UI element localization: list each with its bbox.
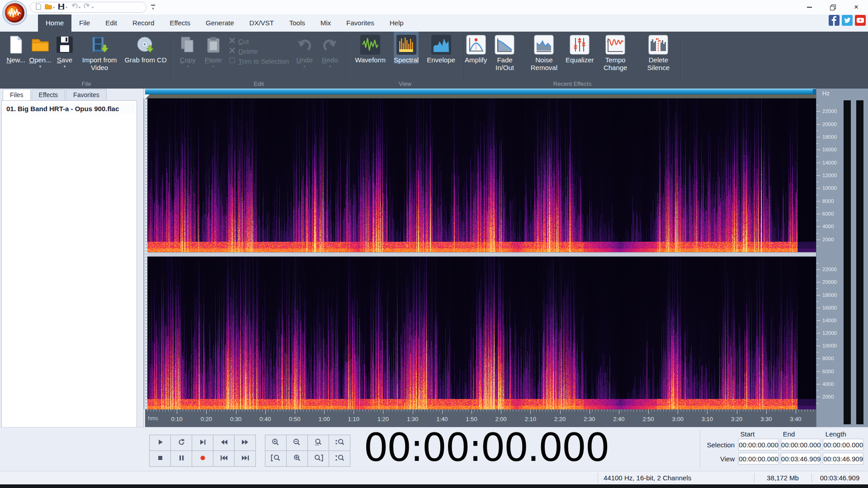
transport-loop-button[interactable]: [171, 435, 192, 450]
transport-stop-button[interactable]: [150, 451, 170, 466]
zoom-selection-start-button[interactable]: [265, 451, 286, 466]
menu-tab-home[interactable]: Home: [38, 14, 71, 32]
transport-forward-button[interactable]: [235, 435, 255, 450]
dropdown-caret-icon[interactable]: ▾: [303, 64, 306, 69]
transport-rewind-button[interactable]: [213, 435, 234, 450]
selection-end-field[interactable]: 00:00:00.000: [781, 439, 821, 450]
ribbon-button-save[interactable]: Save▾: [55, 32, 75, 69]
view-length-field[interactable]: 00:03:46.909: [823, 453, 863, 465]
menu-tab-edit[interactable]: Edit: [98, 14, 125, 32]
transport-to-start-button[interactable]: [213, 451, 234, 466]
spectrogram-channel-1[interactable]: [147, 99, 816, 252]
freq-tick-label: 12000: [822, 173, 837, 178]
time-tick-label: 3:30: [760, 416, 772, 422]
dropdown-caret-icon[interactable]: ▾: [79, 5, 80, 9]
spectrogram-channel-2[interactable]: [147, 257, 816, 409]
freq-tick: [816, 124, 820, 125]
close-button[interactable]: ×: [844, 0, 868, 14]
ribbon-button-undo[interactable]: Undo▾: [294, 32, 314, 69]
menu-tab-help[interactable]: Help: [382, 14, 411, 32]
ribbon-button-amplify[interactable]: Amplify: [465, 32, 487, 64]
ribbon-button-equalizer[interactable]: Equalizer: [566, 32, 594, 64]
dropdown-caret-icon[interactable]: ▾: [92, 5, 94, 9]
import-video-icon: [90, 35, 109, 55]
panel-tab-effects[interactable]: Effects: [32, 89, 66, 100]
panel-tab-files[interactable]: Files: [3, 89, 31, 100]
panel-tab-favorites[interactable]: Favorites: [66, 89, 107, 100]
selection-length-field[interactable]: 00:00:00.000: [823, 439, 863, 450]
zoom-in-button[interactable]: [265, 435, 286, 450]
youtube-link[interactable]: [855, 16, 866, 27]
ribbon-button-spectral[interactable]: Spectral: [394, 32, 419, 64]
ribbon-button-copy[interactable]: Copy▾: [178, 32, 198, 69]
menu-tab-record[interactable]: Record: [125, 14, 162, 32]
edit-small-items: CutDeleteTrim to Selection: [229, 32, 289, 65]
ribbon-button-paste[interactable]: Paste▾: [203, 32, 223, 69]
channel-edge-handle[interactable]: [144, 99, 147, 409]
zoom-all-button[interactable]: [287, 451, 307, 466]
qat-new-button[interactable]: [35, 3, 42, 12]
dropdown-caret-icon[interactable]: ▾: [329, 64, 331, 69]
dropdown-caret-icon[interactable]: ▾: [53, 5, 55, 9]
qat-new-icon: [35, 3, 42, 12]
ribbon-button-envelope[interactable]: Envelope: [427, 32, 455, 64]
qat-redo-button[interactable]: ▾: [84, 3, 94, 11]
file-list-item[interactable]: 01. Big Band HRT-a - Opus 900.flac: [3, 103, 136, 114]
play-next-icon: [199, 438, 207, 448]
freq-tick: [816, 156, 818, 157]
channel-divider[interactable]: [145, 252, 816, 257]
qat-open-button[interactable]: ▾: [45, 3, 55, 11]
ribbon-button-trim-to-selection[interactable]: Trim to Selection: [229, 57, 289, 65]
zoom-out-button[interactable]: [287, 435, 307, 450]
ribbon-button-redo[interactable]: Redo▾: [320, 32, 340, 69]
bottom-control-bar: 100 00:00:00.000 Start End Length Select…: [0, 427, 868, 471]
menu-tab-file[interactable]: File: [71, 14, 98, 32]
qat-customize-button[interactable]: ▬▾: [151, 3, 155, 11]
qat-save-button[interactable]: ▾: [58, 3, 67, 12]
dropdown-caret-icon[interactable]: ▾: [64, 64, 66, 69]
twitter-link[interactable]: [842, 16, 853, 27]
transport-pause-button[interactable]: [171, 451, 192, 466]
menu-tab-favorites[interactable]: Favorites: [339, 14, 382, 32]
time-tick-label: 2:10: [525, 416, 536, 422]
position-strip[interactable]: [145, 94, 816, 99]
facebook-link[interactable]: [829, 16, 840, 27]
freq-tick: [816, 195, 818, 195]
transport-play-next-button[interactable]: [192, 435, 213, 450]
transport-play-button[interactable]: [150, 435, 170, 450]
ribbon-button-open[interactable]: Open...▾: [29, 32, 51, 69]
transport-to-end-button[interactable]: [235, 451, 255, 466]
ribbon-button-new[interactable]: New...: [6, 32, 26, 64]
restore-button[interactable]: [821, 0, 844, 14]
menu-tab-effects[interactable]: Effects: [162, 14, 198, 32]
freq-tick: [816, 282, 820, 282]
ribbon-button-cut[interactable]: Cut: [229, 37, 289, 45]
fade-icon: [495, 35, 514, 55]
menu-tab-mix[interactable]: Mix: [313, 14, 339, 32]
menu-tab-tools[interactable]: Tools: [282, 14, 313, 32]
dropdown-caret-icon[interactable]: ▾: [39, 64, 42, 69]
view-start-field[interactable]: 00:00:00.000: [738, 453, 779, 465]
dropdown-caret-icon[interactable]: ▾: [187, 64, 189, 69]
transport-record-button[interactable]: [192, 451, 213, 466]
ribbon-button-delete[interactable]: Delete: [229, 47, 289, 55]
timeline-scrollbar[interactable]: [145, 89, 816, 94]
menu-tab-generate[interactable]: Generate: [198, 14, 242, 32]
ribbon-button-noise-removal[interactable]: Noise Removal: [523, 32, 566, 71]
freq-tick-label: 14000: [822, 318, 837, 323]
minimize-button[interactable]: [797, 0, 821, 14]
ribbon-button-tempo-change[interactable]: Tempo Change: [594, 32, 637, 71]
dropdown-caret-icon[interactable]: ▾: [66, 5, 67, 9]
qat-undo-button[interactable]: ▾: [71, 3, 80, 11]
view-end-field[interactable]: 00:03:46.909: [781, 453, 821, 465]
ribbon-button-fade-in-out[interactable]: Fade In/Out: [487, 32, 523, 71]
menu-tab-dx-vst[interactable]: DX/VST: [242, 14, 282, 32]
dropdown-caret-icon[interactable]: ▾: [212, 64, 214, 69]
pause-icon: [178, 454, 185, 464]
ribbon-button-import-from-video[interactable]: Import from Video: [78, 32, 121, 71]
ribbon-button-grab-from-cd[interactable]: Grab from CD: [124, 32, 166, 64]
ribbon-button-delete-silence[interactable]: Delete Silence: [637, 32, 680, 71]
freq-tick: [816, 233, 818, 234]
ribbon-button-waveform[interactable]: Waveform: [355, 32, 386, 64]
selection-start-field[interactable]: 00:00:00.000: [738, 439, 779, 450]
